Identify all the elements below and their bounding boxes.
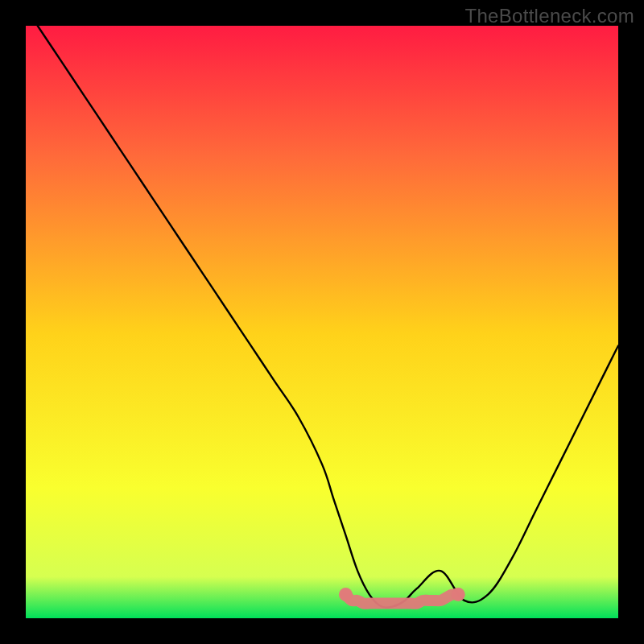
plot-area	[26, 26, 618, 618]
gradient-background	[26, 26, 618, 618]
plot-svg	[26, 26, 618, 618]
pink-marker-cap	[452, 588, 465, 601]
pink-marker-cap	[339, 588, 353, 601]
watermark-text: TheBottleneck.com	[464, 5, 634, 27]
chart-outer: TheBottleneck.com	[0, 0, 644, 644]
